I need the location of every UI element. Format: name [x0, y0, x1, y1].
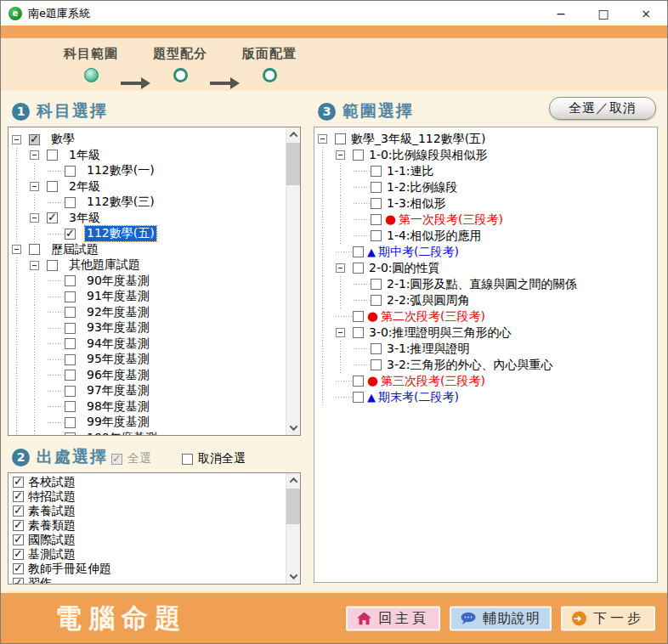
scroll-thumb[interactable] — [286, 143, 300, 185]
tree-label[interactable]: 2-2:弧與圓周角 — [385, 293, 472, 308]
tree-checkbox-unchecked[interactable] — [371, 359, 382, 370]
help-button[interactable]: 輔助說明 — [450, 606, 552, 630]
tree-checkbox-unchecked[interactable] — [65, 307, 76, 318]
list-checkbox-checked[interactable] — [13, 563, 24, 574]
tree-label[interactable]: 1-4:相似形的應用 — [385, 229, 484, 244]
tree-label[interactable]: 期末考(二段考) — [376, 390, 461, 405]
tree-label[interactable]: 3-2:三角形的外心、內心與重心 — [385, 358, 555, 373]
list-item[interactable]: 習作 — [12, 576, 286, 584]
tree-checkbox-unchecked[interactable] — [47, 150, 58, 161]
tree-label[interactable]: 數學_3年級_112數學(五) — [349, 132, 488, 147]
tree-label[interactable]: 3年級 — [67, 211, 102, 226]
list-item[interactable]: 特招試題 — [12, 489, 286, 504]
tree-checkbox-unchecked[interactable] — [353, 376, 364, 387]
tree-label[interactable]: 第一次段考(三段考) — [397, 212, 505, 228]
tree-label[interactable]: 1-2:比例線段 — [385, 180, 460, 195]
tree-checkbox-unchecked[interactable] — [47, 181, 58, 192]
tree-checkbox-unchecked[interactable] — [371, 343, 382, 354]
tree-label[interactable]: 1年級 — [67, 148, 102, 163]
tree-collapse-toggle[interactable] — [12, 135, 21, 144]
tree-checkbox-unchecked[interactable] — [47, 260, 58, 271]
tree-checkbox-unchecked[interactable] — [65, 370, 76, 381]
list-checkbox-checked[interactable] — [13, 506, 24, 517]
select-toggle-button[interactable]: 全選／取消 — [549, 97, 656, 120]
close-button[interactable]: × — [625, 1, 667, 25]
tree-label[interactable]: 95年度基測 — [85, 352, 151, 367]
tree-checkbox-unchecked[interactable] — [371, 166, 382, 177]
tree-label[interactable]: 3-1:推理與證明 — [385, 342, 472, 357]
source-list-scrollbar[interactable] — [286, 473, 300, 584]
tree-checkbox-unchecked[interactable] — [353, 327, 364, 338]
tree-label[interactable]: 93年度基測 — [85, 320, 151, 336]
tree-checkbox-unchecked[interactable] — [353, 311, 364, 322]
tree-checkbox-unchecked[interactable] — [353, 246, 364, 257]
tree-collapse-toggle[interactable] — [336, 150, 345, 160]
tree-checkbox-unchecked[interactable] — [65, 291, 76, 302]
list-checkbox-checked[interactable] — [13, 477, 24, 488]
tree-label[interactable]: 2-1:圓形及點、直線與圓之間的關係 — [385, 277, 579, 292]
tree-label[interactable]: 98年度基測 — [85, 399, 151, 415]
list-item[interactable]: 素養類題 — [12, 518, 286, 533]
tree-label[interactable]: 第三次段考(三段考) — [379, 374, 487, 389]
tree-label[interactable]: 90年度基測 — [85, 274, 151, 289]
tree-checkbox-unchecked[interactable] — [65, 432, 76, 435]
tree-checkbox-unchecked[interactable] — [65, 354, 76, 365]
tree-checkbox-unchecked[interactable] — [371, 295, 382, 306]
tree-checkbox-unchecked[interactable] — [353, 150, 364, 161]
tree-label[interactable]: 112數學(一) — [85, 163, 156, 178]
tree-label[interactable]: 2-0:圓的性質 — [367, 261, 442, 276]
tree-checkbox-checked[interactable] — [65, 229, 76, 240]
scroll-thumb[interactable] — [286, 489, 300, 524]
tree-checkbox-indeterminate[interactable] — [29, 134, 40, 145]
tree-label[interactable]: 1-3:相似形 — [385, 196, 448, 212]
list-item[interactable]: 各校試題 — [12, 475, 286, 489]
tree-checkbox-unchecked[interactable] — [65, 275, 76, 286]
tree-collapse-toggle[interactable] — [30, 182, 39, 191]
tree-checkbox-unchecked[interactable] — [65, 417, 76, 428]
tree-checkbox-unchecked[interactable] — [371, 230, 382, 241]
deselect-all-checkbox[interactable]: 取消全選 — [182, 451, 246, 466]
tree-collapse-toggle[interactable] — [336, 328, 345, 337]
tree-label[interactable]: 112數學(三) — [85, 195, 156, 210]
tree-label[interactable]: 96年度基測 — [85, 368, 151, 383]
tree-checkbox-unchecked[interactable] — [371, 214, 382, 225]
tree-label[interactable]: 2年級 — [67, 179, 102, 195]
scroll-down-button[interactable] — [286, 421, 300, 435]
tree-label[interactable]: 3-0:推理證明與三角形的心 — [367, 325, 513, 341]
maximize-button[interactable]: □ — [582, 1, 625, 25]
list-checkbox-checked[interactable] — [13, 578, 24, 584]
scroll-up-button[interactable] — [286, 473, 300, 488]
tree-checkbox-unchecked[interactable] — [65, 197, 76, 208]
select-all-checkbox[interactable]: 全選 — [111, 451, 151, 466]
window-titlebar[interactable]: e 南e題庫系統 − □ × — [1, 1, 667, 25]
tree-label[interactable]: 99年度基測 — [85, 415, 151, 430]
list-item[interactable]: 國際試題 — [12, 533, 286, 547]
tree-label[interactable]: 期中考(二段考) — [376, 245, 461, 260]
tree-label[interactable]: 數學 — [49, 132, 76, 147]
list-checkbox-checked[interactable] — [13, 520, 24, 531]
tree-label[interactable]: 第二次段考(三段考) — [379, 309, 487, 325]
list-checkbox-checked[interactable] — [13, 491, 24, 502]
tree-label[interactable]: 91年度基測 — [85, 289, 151, 304]
tree-checkbox-unchecked[interactable] — [353, 392, 364, 403]
checkbox-unchecked[interactable] — [182, 454, 193, 465]
subject-tree-scrollbar[interactable] — [286, 127, 300, 435]
tree-label[interactable]: 97年度基測 — [85, 383, 151, 398]
tree-label[interactable]: 112數學(五) — [85, 226, 156, 241]
tree-checkbox-unchecked[interactable] — [371, 279, 382, 290]
tree-checkbox-unchecked[interactable] — [335, 133, 346, 144]
tree-checkbox-unchecked[interactable] — [65, 401, 76, 412]
tree-label[interactable]: 94年度基測 — [85, 336, 151, 352]
tree-checkbox-unchecked[interactable] — [353, 263, 364, 274]
tree-checkbox-unchecked[interactable] — [65, 166, 76, 177]
tree-checkbox-unchecked[interactable] — [65, 323, 76, 334]
tree-checkbox-unchecked[interactable] — [371, 198, 382, 209]
tree-collapse-toggle[interactable] — [30, 261, 39, 270]
list-checkbox-checked[interactable] — [13, 534, 24, 545]
list-checkbox-checked[interactable] — [13, 549, 24, 560]
tree-collapse-toggle[interactable] — [30, 150, 39, 160]
tree-checkbox-checked[interactable] — [47, 212, 58, 223]
tree-label[interactable]: 其他題庫試題 — [67, 257, 142, 273]
tree-checkbox-unchecked[interactable] — [29, 244, 40, 255]
tree-collapse-toggle[interactable] — [30, 213, 39, 223]
